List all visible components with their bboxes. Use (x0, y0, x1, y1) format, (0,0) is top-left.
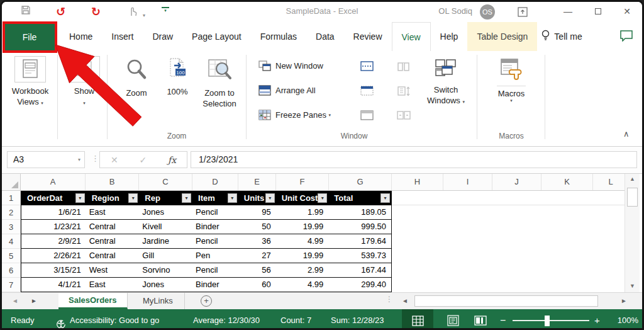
scroll-down-icon[interactable]: ▼ (625, 281, 640, 291)
zoom-slider-handle[interactable] (545, 316, 550, 326)
comments-icon[interactable] (619, 30, 633, 44)
zoom-level[interactable]: 100% (608, 309, 638, 330)
cell[interactable]: East (86, 278, 140, 292)
minimize-button[interactable]: — (554, 2, 582, 21)
grid[interactable]: 1 2 3 4 5 6 7 OrderDat▾ Region▾ Rep▾ Ite… (2, 191, 628, 292)
reset-window-position-button[interactable] (397, 110, 411, 123)
row-header[interactable]: 4 (2, 234, 20, 249)
row-header[interactable]: 1 (2, 191, 20, 205)
cell[interactable]: 1/6/21 (21, 205, 86, 219)
cell[interactable]: 2/26/21 (21, 249, 86, 263)
avatar[interactable]: OS (480, 4, 495, 20)
cell[interactable]: 19.99 (276, 220, 329, 234)
freeze-panes-button[interactable]: Freeze Panes ▾ (258, 110, 331, 120)
cell[interactable]: 2/9/21 (21, 234, 86, 248)
show-button[interactable]: Show▾ (64, 56, 105, 108)
cell[interactable]: 189.05 (328, 205, 391, 219)
tab-draw[interactable]: Draw (143, 22, 182, 51)
cell[interactable]: Central (86, 220, 140, 234)
tab-home[interactable]: Home (60, 22, 102, 51)
cell[interactable]: Binder (192, 220, 238, 234)
sheet-nav-right-icon[interactable]: ► (31, 293, 37, 309)
cell[interactable]: 1/23/21 (21, 220, 86, 234)
view-side-by-side-button[interactable] (397, 61, 411, 74)
column-header-k[interactable]: K (541, 174, 593, 190)
split-button[interactable] (360, 61, 374, 74)
tab-file[interactable]: File (3, 23, 56, 52)
hide-button[interactable] (360, 86, 374, 98)
workbook-views-button[interactable]: Workbook Views ▾ (6, 56, 55, 108)
horizontal-scrollbar-thumb[interactable] (414, 295, 598, 307)
new-sheet-button[interactable]: + (201, 295, 212, 307)
row-header[interactable]: 2 (2, 205, 20, 220)
tab-data[interactable]: Data (306, 22, 344, 51)
column-header-b[interactable]: B (86, 174, 139, 190)
column-header-j[interactable]: J (492, 174, 541, 190)
cell[interactable]: Pen (192, 249, 238, 263)
cell[interactable]: Binder (192, 278, 238, 292)
cancel-icon[interactable]: ✕ (111, 155, 118, 165)
row-header[interactable]: 5 (2, 249, 20, 263)
switch-windows-button[interactable]: Switch Windows ▾ (422, 59, 470, 107)
cell[interactable]: 36 (238, 234, 276, 248)
formula-bar-dots-icon[interactable]: ⋮ (91, 154, 99, 163)
row-header[interactable]: 3 (2, 220, 20, 234)
tab-table-design[interactable]: Table Design (467, 22, 537, 51)
cell[interactable]: Kivell (139, 220, 192, 234)
tab-tell-me[interactable]: Tell me (552, 22, 591, 51)
cell[interactable]: 27 (238, 249, 276, 263)
column-header-h[interactable]: H (392, 174, 443, 190)
zoom-in-icon[interactable]: + (594, 309, 600, 330)
cell[interactable]: 999.50 (328, 220, 391, 234)
column-header-f[interactable]: F (276, 174, 329, 190)
sheet-tab-mylinks[interactable]: MyLinks (131, 293, 185, 309)
zoom-to-selection-button[interactable]: Zoom toSelection (197, 59, 242, 109)
cell[interactable]: Sorvino (139, 263, 192, 277)
select-all-corner[interactable] (2, 174, 21, 190)
enter-icon[interactable]: ✓ (139, 155, 147, 165)
cell[interactable]: 50 (238, 220, 276, 234)
cell[interactable]: 3/15/21 (21, 263, 86, 277)
cell[interactable]: Pencil (192, 263, 238, 277)
tab-view[interactable]: View (392, 22, 431, 51)
cell[interactable]: Jardine (139, 234, 192, 248)
filter-dropdown-icon[interactable]: ▾ (75, 193, 85, 203)
column-header-c[interactable]: C (139, 174, 192, 190)
name-box-dropdown-icon[interactable]: ▾ (78, 152, 80, 168)
page-break-preview-button[interactable] (467, 309, 494, 330)
cell[interactable]: West (86, 263, 140, 277)
cell[interactable]: Central (86, 234, 140, 248)
cell[interactable]: 95 (238, 205, 276, 219)
filter-dropdown-icon[interactable]: ▾ (228, 193, 237, 203)
filter-dropdown-icon[interactable]: ▾ (128, 193, 138, 203)
cell[interactable]: Jones (139, 205, 192, 219)
scroll-up-icon[interactable]: ▲ (625, 174, 640, 184)
user-name[interactable]: OL Sodiq (438, 6, 472, 16)
scrollbar-resize-dots-icon[interactable]: ⋮ (386, 295, 393, 304)
scroll-right-icon[interactable]: ► (621, 293, 627, 309)
cell[interactable]: 179.64 (328, 234, 391, 248)
cell[interactable]: Central (86, 249, 140, 263)
insert-function-icon[interactable]: ƒx (168, 155, 176, 165)
maximize-button[interactable] (584, 2, 612, 21)
column-header-l[interactable]: L (593, 174, 628, 190)
filter-dropdown-icon[interactable]: ▾ (265, 193, 275, 203)
normal-view-button[interactable] (402, 309, 433, 330)
zoom-100-button[interactable]: 100 100% (158, 57, 197, 96)
synchronous-scrolling-button[interactable] (397, 86, 411, 100)
zoom-button[interactable]: Zoom (117, 59, 156, 98)
zoom-slider-track[interactable] (513, 320, 589, 321)
cell[interactable]: Jones (139, 278, 192, 292)
cell[interactable]: 539.73 (328, 249, 391, 263)
ribbon-display-options-icon[interactable] (518, 6, 528, 21)
cell[interactable]: Pencil (192, 234, 238, 248)
cell[interactable]: Gill (139, 249, 192, 263)
tab-insert[interactable]: Insert (102, 22, 143, 51)
vertical-scrollbar[interactable]: ▲ ▼ (625, 174, 640, 292)
cell[interactable]: 299.40 (328, 278, 391, 292)
macros-button[interactable]: Macros ▾ (491, 57, 531, 103)
column-header-e[interactable]: E (238, 174, 276, 190)
cell[interactable]: 2.99 (276, 263, 329, 277)
column-header-a[interactable]: A (21, 174, 86, 190)
cell[interactable]: 56 (238, 263, 276, 277)
